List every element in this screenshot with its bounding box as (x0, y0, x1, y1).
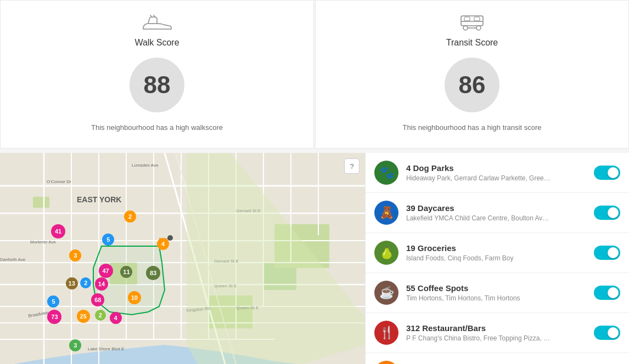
map-pin-4a[interactable]: 4 (157, 238, 169, 250)
map-pin-47[interactable]: 47 (99, 264, 113, 278)
groceries-subtitle: Island Foods, Cinq Foods, Farm Boy (406, 254, 594, 262)
bottom-section: O'Connor Dr Lumsden Ave Gerrard St E Ger… (0, 153, 629, 364)
transit-score-value: 86 (459, 71, 486, 99)
amenity-row-coffee: ☕ 55 Coffee Spots Tim Hortons, Tim Horto… (366, 273, 629, 313)
amenity-row-dog-parks: 🐾 4 Dog Parks Hideaway Park, Gerrard Car… (366, 153, 629, 193)
walk-score-circle: 88 (130, 58, 184, 112)
dog-parks-title: 4 Dog Parks (406, 163, 594, 173)
amenity-row-daycares: 🧸 39 Daycares Lakefield YMCA Child Care … (366, 193, 629, 233)
walk-icon (141, 12, 173, 33)
map-help-button[interactable]: ? (344, 158, 360, 174)
amenity-row-parks: 44 Park/Rec/Gyms Goodlife Fitness Clubs,… (366, 353, 629, 364)
map-pin-11[interactable]: 11 (120, 266, 132, 278)
dog-parks-subtitle: Hideaway Park, Gerrard Carlaw Parkette, … (406, 174, 594, 182)
transit-score-card: Transit Score 86 This neighbourhood has … (315, 0, 629, 149)
map-pin-4b[interactable]: 4 (110, 312, 122, 324)
map-pin-68[interactable]: 68 (91, 293, 104, 306)
restaurants-subtitle: P F Chang's China Bistro, Free Topping P… (406, 334, 594, 342)
map-pin-41[interactable]: 41 (51, 224, 65, 238)
groceries-toggle[interactable] (594, 246, 620, 260)
walk-score-value: 88 (144, 71, 171, 99)
parks-icon (374, 361, 398, 364)
svg-rect-5 (464, 17, 470, 21)
map-container[interactable]: O'Connor Dr Lumsden Ave Gerrard St E Ger… (0, 153, 365, 364)
map-pins: 41 2 4 5 3 47 83 11 13 2 14 5 73 (0, 153, 365, 364)
transit-score-description: This neighbourhood has a high transit sc… (403, 123, 542, 132)
restaurants-title: 312 Restaurant/Bars (406, 323, 594, 333)
dog-parks-icon: 🐾 (374, 161, 398, 185)
daycares-title: 39 Daycares (406, 203, 594, 213)
transit-score-title: Transit Score (446, 38, 498, 48)
map-pin-3b[interactable]: 3 (69, 339, 81, 351)
groceries-icon: 🍐 (374, 241, 398, 265)
coffee-icon: ☕ (374, 281, 398, 305)
map-pin-2a[interactable]: 2 (124, 211, 136, 223)
daycares-icon: 🧸 (374, 201, 398, 225)
map-pin-2b[interactable]: 2 (80, 277, 91, 288)
svg-rect-6 (474, 17, 480, 21)
coffee-title: 55 Coffee Spots (406, 283, 594, 293)
coffee-toggle[interactable] (594, 286, 620, 300)
walk-score-description: This neighbourhood has a high walkscore (91, 123, 223, 132)
svg-point-2 (463, 26, 468, 30)
map-pin-3a[interactable]: 3 (69, 249, 81, 261)
score-cards-section: Walk Score 88 This neighbourhood has a h… (0, 0, 629, 149)
walk-score-title: Walk Score (134, 38, 179, 48)
svg-point-3 (476, 26, 481, 30)
daycares-toggle[interactable] (594, 206, 620, 220)
groceries-title: 19 Groceries (406, 243, 594, 253)
map-pin-13[interactable]: 13 (66, 277, 78, 289)
dog-parks-toggle[interactable] (594, 166, 620, 180)
map-pin-14[interactable]: 14 (95, 277, 108, 291)
amenity-row-groceries: 🍐 19 Groceries Island Foods, Cinq Foods,… (366, 233, 629, 273)
map-pin-73[interactable]: 73 (47, 310, 61, 324)
map-pin-83[interactable]: 83 (146, 266, 160, 280)
transit-icon (456, 12, 488, 33)
amenity-row-restaurants: 🍴 312 Restaurant/Bars P F Chang's China … (366, 313, 629, 353)
map-pin-5a[interactable]: 5 (102, 234, 114, 246)
map-pin-2c[interactable]: 2 (95, 310, 106, 321)
transit-score-circle: 86 (445, 58, 499, 112)
coffee-subtitle: Tim Hortons, Tim Hortons, Tim Hortons (406, 294, 594, 302)
map-pin-5b[interactable]: 5 (47, 295, 59, 308)
map-pin-25[interactable]: 25 (77, 310, 90, 323)
restaurants-toggle[interactable] (594, 326, 620, 340)
map-pin-40[interactable]: 10 (128, 291, 141, 304)
amenities-sidebar: 🐾 4 Dog Parks Hideaway Park, Gerrard Car… (365, 153, 629, 364)
restaurants-icon: 🍴 (374, 321, 398, 345)
walk-score-card: Walk Score 88 This neighbourhood has a h… (0, 0, 314, 149)
daycares-subtitle: Lakefield YMCA Child Care Centre, Boulto… (406, 214, 594, 222)
